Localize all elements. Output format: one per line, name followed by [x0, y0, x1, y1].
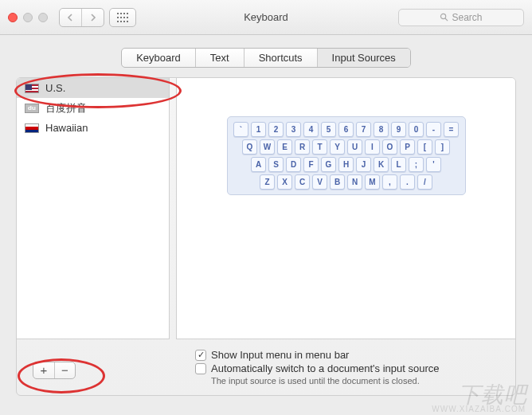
flag-icon — [25, 123, 39, 133]
svg-rect-1 — [120, 13, 122, 14]
key: , — [382, 174, 397, 190]
key: B — [330, 174, 345, 190]
tab-keyboard[interactable]: Keyboard — [122, 49, 195, 67]
tab-shortcuts[interactable]: Shortcuts — [244, 49, 317, 67]
source-item[interactable]: U.S. — [17, 78, 169, 98]
keyboard-preview-pane: `1234567890-=QWERTYUIOP[]ASDFGHJKL;'ZXCV… — [176, 78, 515, 339]
add-button[interactable]: + — [33, 362, 54, 378]
key: Y — [330, 139, 345, 155]
key: - — [426, 122, 441, 137]
forward-button[interactable] — [81, 9, 104, 26]
key: 0 — [409, 122, 424, 137]
remove-button[interactable]: − — [54, 362, 75, 378]
key: ` — [233, 122, 248, 137]
options: ✓ Show Input menu in menu bar Automatica… — [195, 349, 498, 386]
key: F — [303, 157, 319, 172]
svg-line-13 — [445, 18, 448, 21]
grid-icon[interactable] — [110, 9, 135, 26]
svg-point-12 — [441, 14, 446, 18]
svg-rect-11 — [127, 21, 128, 22]
key: R — [295, 139, 310, 155]
source-label: U.S. — [45, 82, 65, 94]
keyboard-preview: `1234567890-=QWERTYUIOP[]ASDFGHJKL;'ZXCV… — [227, 116, 466, 195]
close-icon[interactable] — [8, 13, 18, 22]
key: / — [417, 174, 432, 190]
key: K — [374, 157, 389, 172]
tabs[interactable]: KeyboardTextShortcutsInput Sources — [121, 48, 411, 68]
minimize-icon — [23, 13, 33, 22]
key: 9 — [391, 122, 406, 137]
key: W — [260, 139, 275, 155]
add-remove-group[interactable]: + − — [33, 362, 76, 379]
key: 1 — [251, 122, 266, 137]
key: [ — [417, 139, 432, 155]
search-input[interactable]: Search — [398, 9, 524, 26]
tab-input-sources[interactable]: Input Sources — [317, 49, 410, 67]
show-input-menu-checkbox[interactable]: ✓ Show Input menu in menu bar — [195, 349, 498, 361]
traffic-lights — [8, 13, 48, 22]
key: J — [356, 157, 371, 172]
key: ] — [435, 139, 450, 155]
key: I — [365, 139, 380, 155]
back-button[interactable] — [60, 9, 81, 26]
key: Z — [260, 174, 275, 190]
key: X — [277, 174, 292, 190]
key: Q — [242, 139, 257, 155]
key: C — [295, 174, 310, 190]
zoom-icon — [38, 13, 48, 22]
key: 2 — [268, 122, 284, 137]
key: N — [347, 174, 362, 190]
key: H — [338, 157, 354, 172]
key: . — [400, 174, 415, 190]
flag-icon: du — [25, 104, 39, 113]
tabs-row: KeyboardTextShortcutsInput Sources — [0, 35, 532, 77]
checkbox-icon — [195, 363, 206, 374]
key: T — [312, 139, 327, 155]
key: M — [365, 174, 380, 190]
key: ; — [409, 157, 424, 172]
svg-rect-6 — [123, 17, 125, 18]
svg-rect-7 — [127, 17, 128, 18]
key: 4 — [303, 122, 319, 137]
flag-icon — [25, 84, 39, 93]
key: L — [391, 157, 406, 172]
key: 3 — [286, 122, 301, 137]
option-hint: The input source is used until the docum… — [211, 376, 498, 386]
svg-rect-8 — [117, 21, 119, 22]
nav-back-forward[interactable] — [59, 8, 104, 27]
source-label: Hawaiian — [45, 122, 88, 134]
svg-rect-10 — [123, 21, 125, 22]
key: = — [444, 122, 459, 137]
svg-rect-0 — [117, 13, 119, 14]
sources-list: U.S.du百度拼音Hawaiian — [17, 78, 170, 339]
key: V — [312, 174, 327, 190]
key: O — [382, 139, 397, 155]
source-item[interactable]: du百度拼音 — [17, 98, 169, 118]
key: 7 — [356, 122, 371, 137]
key: E — [277, 139, 292, 155]
search-icon — [440, 13, 448, 22]
checkbox-icon: ✓ — [195, 350, 206, 361]
auto-switch-checkbox[interactable]: Automatically switch to a document's inp… — [195, 362, 498, 374]
key: 8 — [374, 122, 389, 137]
svg-rect-3 — [127, 13, 128, 14]
source-item[interactable]: Hawaiian — [17, 118, 169, 138]
key: ' — [426, 157, 441, 172]
key: P — [400, 139, 415, 155]
key: S — [268, 157, 284, 172]
window-toolbar: Keyboard Search — [0, 0, 532, 35]
tab-text[interactable]: Text — [195, 49, 244, 67]
search-placeholder: Search — [452, 12, 482, 23]
key: D — [286, 157, 301, 172]
show-all-button[interactable] — [109, 8, 136, 27]
option-label: Show Input menu in menu bar — [211, 349, 349, 361]
key: A — [251, 157, 266, 172]
key: 6 — [338, 122, 354, 137]
svg-rect-5 — [120, 17, 122, 18]
watermark-url: WWW.XIAZAIBA.COM — [432, 405, 526, 413]
svg-rect-9 — [120, 21, 122, 22]
option-label: Automatically switch to a document's inp… — [211, 362, 439, 374]
key: U — [347, 139, 362, 155]
svg-rect-4 — [117, 17, 119, 18]
input-sources-panel: U.S.du百度拼音Hawaiian `1234567890-=QWERTYUI… — [16, 77, 516, 396]
